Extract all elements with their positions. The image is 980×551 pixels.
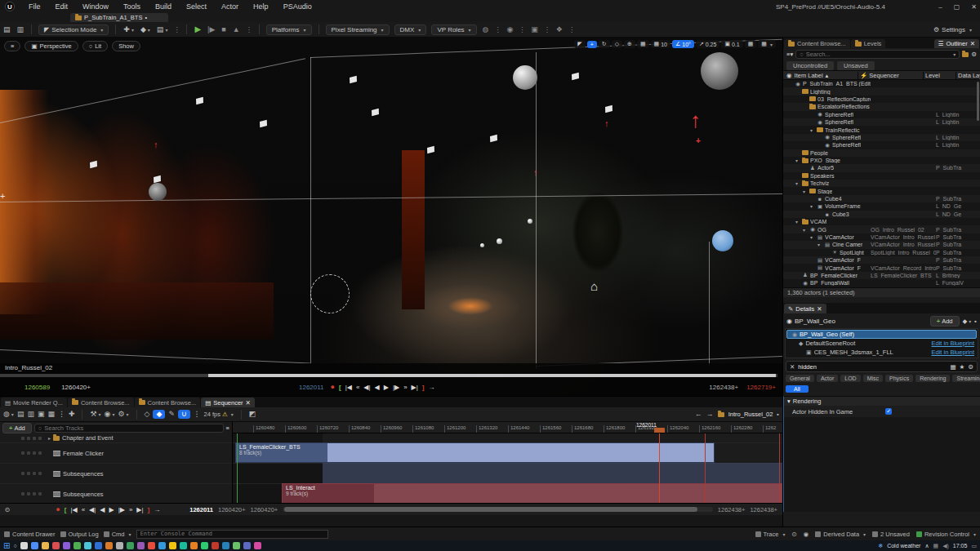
menu-item[interactable]: Build: [155, 2, 172, 11]
nav-back-icon[interactable]: ←: [695, 411, 702, 418]
gear-icon[interactable]: ⚙: [971, 51, 977, 58]
kebab-icon[interactable]: ⋮: [194, 411, 201, 418]
transport-button[interactable]: |▶: [393, 384, 399, 391]
star-icon[interactable]: ★: [960, 363, 965, 371]
outliner-row[interactable]: VCAM: [783, 218, 980, 225]
add-track-button[interactable]: +Add: [2, 423, 32, 433]
timeline-scrollbar[interactable]: [283, 507, 713, 512]
console-input-box[interactable]: [136, 530, 328, 539]
nav-target-house-icon[interactable]: ⌂: [590, 279, 598, 293]
play-button[interactable]: ▶: [194, 25, 201, 33]
world-dropdown-icon[interactable]: ◍▾: [3, 411, 14, 418]
transport-button[interactable]: ▶|: [136, 506, 143, 513]
revision-control-dropdown[interactable]: Revision Control▾: [916, 531, 976, 538]
ls-interact-clip[interactable]: LS_Interact 9 track(s): [282, 483, 782, 503]
world-space-toggle[interactable]: ⊕: [624, 40, 635, 48]
add-component-button[interactable]: +Add: [930, 316, 960, 327]
uncontrolled-chip[interactable]: Uncontrolled: [786, 61, 834, 70]
transport-button[interactable]: »: [129, 506, 132, 513]
sphere-reflection-capture[interactable]: [149, 183, 167, 201]
outliner-row[interactable]: ■ Cube4 P_SubTra: [783, 195, 980, 202]
clear-search-icon[interactable]: ✕: [790, 363, 795, 371]
insights-icon[interactable]: ⊙: [791, 531, 796, 538]
taskbar-app-icon[interactable]: [180, 542, 187, 549]
range-start-bracket[interactable]: [: [65, 506, 67, 513]
close-icon[interactable]: ✕: [970, 40, 975, 47]
cinematics-icon[interactable]: ▤▾: [157, 26, 168, 33]
component-row[interactable]: ◉ BP_Wall_Geo (Self): [786, 330, 977, 339]
curve-editor-icon[interactable]: ◩: [249, 411, 256, 418]
clock-label[interactable]: 17:05: [953, 543, 968, 549]
current-frame[interactable]: 1262011: [189, 506, 213, 513]
weather-label[interactable]: Cold weather: [887, 543, 920, 549]
save-icon[interactable]: ▤: [3, 26, 11, 33]
edit-in-blueprint-link[interactable]: Edit in Blueprint: [931, 340, 974, 347]
transport-button[interactable]: |▶: [118, 506, 125, 513]
rotate-tool[interactable]: ↻: [599, 40, 610, 48]
tray-expand-icon[interactable]: ∧: [924, 543, 929, 549]
taskbar-app-icon[interactable]: [190, 542, 198, 549]
outliner-row[interactable]: Lighting: [783, 87, 980, 95]
expand-arrow-icon[interactable]: [810, 234, 815, 240]
close-icon[interactable]: ✕: [817, 305, 822, 313]
light-sphere[interactable]: [701, 52, 738, 90]
create-camera-icon[interactable]: ▣: [38, 411, 45, 418]
taskbar-app-icon[interactable]: [158, 542, 166, 549]
fps-dropdown[interactable]: 24 fps ⚠ ▾: [204, 411, 234, 418]
outliner-scrollbar[interactable]: [977, 82, 979, 121]
lit-dropdown[interactable]: ○ Lit: [82, 41, 108, 51]
record-button[interactable]: ●: [56, 505, 60, 513]
sequence-breadcrumb[interactable]: Intro_Russel_02: [728, 411, 773, 418]
dmx-dropdown[interactable]: DMX▾: [394, 24, 427, 35]
filter-chip[interactable]: General: [786, 375, 814, 382]
component-row[interactable]: ◆ DefaultSceneRoot Edit in Blueprint: [786, 339, 977, 348]
taskbar-app-icon[interactable]: [63, 542, 70, 549]
skip-button[interactable]: |▶: [207, 26, 215, 33]
output-log-button[interactable]: Output Log: [60, 531, 99, 538]
close-button[interactable]: ✕: [971, 3, 977, 11]
move-gizmo-icon[interactable]: ↑: [154, 140, 158, 149]
render-icon[interactable]: ▣: [531, 26, 538, 33]
network-icon[interactable]: ▦: [933, 543, 939, 549]
transport-button[interactable]: |◀: [70, 506, 77, 513]
filter-chip-all[interactable]: All: [786, 385, 808, 393]
menu-item[interactable]: File: [29, 2, 41, 11]
outliner-row[interactable]: ▤ VCamActor_F VCamActor_Record_Intro_F P…: [783, 264, 980, 271]
stop-button[interactable]: ■: [221, 26, 225, 33]
expand-arrow-icon[interactable]: [817, 242, 822, 247]
Chapter and Event[interactable]: Chapter and Event: [0, 433, 232, 443]
edit-mode-icon[interactable]: ✎: [168, 411, 175, 418]
scale-snap-toggle[interactable]: ↗0.25: [696, 40, 720, 48]
taskbar-app-icon[interactable]: [31, 542, 38, 549]
outliner-row[interactable]: ◉ SphereRefl L_Lightin: [783, 111, 980, 118]
move-gizmo-icon[interactable]: ↑: [604, 119, 609, 128]
viewport[interactable]: ↑ ↑ ↑ ↑ + ⌂ + ≡ ▣ Perspective ○ Lit Show…: [0, 38, 782, 396]
settings-dropdown[interactable]: ⚙ Settings ▾: [933, 26, 972, 33]
transport-button[interactable]: ▶|: [412, 384, 418, 391]
camera-speed[interactable]: ▣0.1: [721, 40, 742, 48]
outliner-row[interactable]: People: [783, 149, 980, 157]
col-data-layer[interactable]: Data Laye: [956, 72, 980, 79]
taskbar-app-icon[interactable]: [74, 542, 81, 549]
tab-movie-render-queue[interactable]: ▤ Movie Render Q...: [1, 398, 67, 407]
unsaved-chip[interactable]: Unsaved: [837, 61, 875, 70]
transport-button[interactable]: «: [82, 506, 85, 513]
outliner-row[interactable]: ◉ BP_FungalWall L_FungalV: [783, 279, 980, 287]
taskbar-app-icon[interactable]: [212, 542, 219, 549]
windows-start-button[interactable]: ⊞: [3, 542, 10, 550]
move-tool[interactable]: +: [587, 41, 597, 48]
subsequence-clip-fill[interactable]: [323, 463, 782, 483]
outliner-row[interactable]: Speakers: [783, 172, 980, 180]
outliner-row[interactable]: ◉ SphereRefl L_Lightin: [783, 141, 980, 149]
taskbar-app-icon[interactable]: [148, 542, 155, 549]
tab-sequencer[interactable]: ▤ Sequencer ✕: [201, 398, 255, 407]
expand-arrow-icon[interactable]: [795, 158, 800, 163]
pixel-streaming-dropdown[interactable]: Pixel Streaming▾: [326, 24, 390, 35]
tab-content-browser-1[interactable]: Content Browse...: [68, 398, 134, 407]
menu-item[interactable]: Actor: [221, 2, 238, 11]
playback-range-bar[interactable]: [0, 374, 777, 377]
derived-data-dropdown[interactable]: Derived Data▾: [815, 531, 866, 538]
track-controls[interactable]: [21, 437, 42, 440]
menu-item[interactable]: Edit: [56, 2, 69, 11]
expand-arrow-icon[interactable]: [803, 189, 808, 194]
